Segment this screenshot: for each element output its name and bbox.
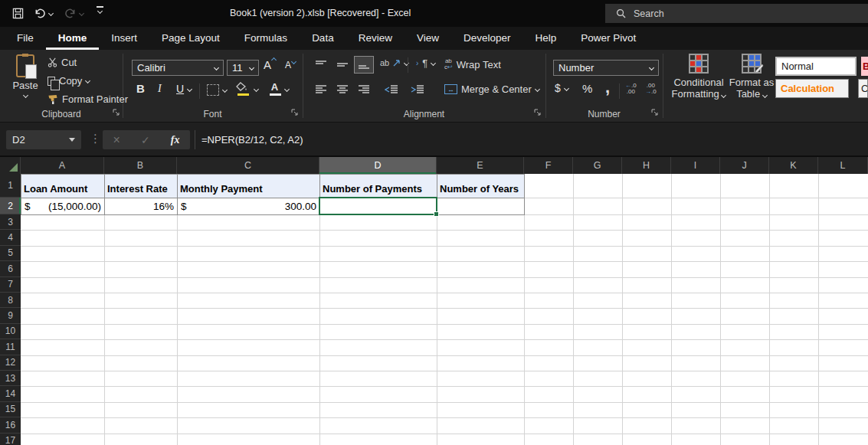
formula-input[interactable]: =NPER(B2/12, C2, A2) <box>201 130 303 149</box>
merge-center-button[interactable]: ↔ Merge & Center <box>444 83 539 95</box>
cell-style-check-partial[interactable]: C <box>858 79 868 98</box>
tab-formulas[interactable]: Formulas <box>232 27 300 50</box>
accounting-format-button[interactable]: $ <box>555 82 568 94</box>
row-header-14[interactable]: 14 <box>0 386 21 401</box>
row-header-9[interactable]: 9 <box>0 308 21 323</box>
tab-page-layout[interactable]: Page Layout <box>149 27 232 50</box>
underline-button[interactable]: U <box>176 83 192 95</box>
align-bottom-button[interactable] <box>354 56 374 74</box>
row-header-15[interactable]: 15 <box>0 402 21 417</box>
cell-style-normal[interactable]: Normal <box>775 57 857 76</box>
align-middle-button[interactable] <box>332 56 352 74</box>
redo-dropdown-icon[interactable] <box>79 10 84 15</box>
row-header-1[interactable]: 1 <box>0 174 21 198</box>
column-header-I[interactable]: I <box>671 157 720 174</box>
align-right-button[interactable] <box>354 80 374 98</box>
increase-decimal-button[interactable]: ←.0 .00 <box>625 83 637 95</box>
percent-style-button[interactable]: % <box>582 82 592 95</box>
tab-help[interactable]: Help <box>523 27 569 50</box>
column-header-C[interactable]: C <box>177 157 319 174</box>
align-center-button[interactable] <box>332 80 352 98</box>
search-input[interactable]: Search <box>605 4 868 23</box>
tab-view[interactable]: View <box>405 27 451 50</box>
cell-C1[interactable]: Monthly Payment <box>178 175 320 198</box>
cell-B1[interactable]: Interest Rate <box>105 175 178 198</box>
column-header-H[interactable]: H <box>622 157 671 174</box>
italic-button[interactable]: I <box>158 83 162 95</box>
font-size-select[interactable]: 11 <box>227 60 259 76</box>
customize-quick-access-icon[interactable] <box>97 6 103 20</box>
font-name-select[interactable]: Calibri <box>132 60 224 76</box>
number-format-select[interactable]: Number <box>553 60 659 76</box>
row-header-5[interactable]: 5 <box>0 246 21 261</box>
select-all-button[interactable] <box>0 157 21 174</box>
increase-indent-button[interactable] <box>408 80 427 98</box>
font-dialog-launcher-icon[interactable] <box>291 107 299 119</box>
wrap-text-button[interactable]: ab c↩ Wrap Text <box>444 58 501 70</box>
shrink-font-button[interactable]: A <box>285 60 296 70</box>
more-options-icon[interactable]: ⋮ <box>90 132 101 146</box>
row-header-10[interactable]: 10 <box>0 324 21 339</box>
enter-icon[interactable]: ✓ <box>141 134 150 146</box>
conditional-formatting-button[interactable]: Conditional Formatting <box>668 54 729 100</box>
cancel-icon[interactable]: × <box>113 133 120 147</box>
font-color-button[interactable]: A <box>268 81 289 97</box>
decrease-decimal-button[interactable]: .00 →.0 <box>645 83 657 95</box>
cell-D1[interactable]: Number of Payments <box>320 175 437 198</box>
fill-color-button[interactable] <box>236 82 258 97</box>
cell-style-bad-partial[interactable]: B <box>861 57 868 76</box>
tab-power-pivot[interactable]: Power Pivot <box>568 27 648 50</box>
cell-E1[interactable]: Number of Years <box>437 175 525 198</box>
borders-button[interactable] <box>207 84 227 96</box>
cell-C2[interactable]: $ 300.00 <box>178 198 320 215</box>
tab-data[interactable]: Data <box>300 27 346 50</box>
bold-button[interactable]: B <box>136 82 145 95</box>
align-left-button[interactable] <box>311 80 331 98</box>
column-header-J[interactable]: J <box>720 157 769 174</box>
column-header-F[interactable]: F <box>524 157 573 174</box>
grow-font-button[interactable]: A <box>264 58 276 71</box>
orientation-button[interactable]: ab <box>380 58 408 67</box>
row-header-4[interactable]: 4 <box>0 230 21 245</box>
align-top-button[interactable] <box>311 56 331 74</box>
text-direction-button[interactable]: › ¶ <box>416 57 435 69</box>
tab-file[interactable]: File <box>5 27 46 50</box>
clipboard-dialog-launcher-icon[interactable] <box>113 107 120 119</box>
cell-B2[interactable]: 16% <box>105 198 178 215</box>
column-header-B[interactable]: B <box>104 157 177 174</box>
undo-button[interactable] <box>34 6 53 20</box>
insert-function-icon[interactable]: fx <box>171 134 180 146</box>
format-painter-button[interactable]: Format Painter <box>47 93 128 105</box>
name-box-dropdown-icon[interactable] <box>69 138 75 142</box>
column-header-E[interactable]: E <box>437 157 524 174</box>
number-dialog-launcher-icon[interactable] <box>651 107 659 119</box>
row-header-12[interactable]: 12 <box>0 355 21 371</box>
paste-button[interactable]: Paste <box>8 54 43 97</box>
column-header-L[interactable]: L <box>818 157 868 174</box>
tab-developer[interactable]: Developer <box>451 27 523 50</box>
cell-A2[interactable]: $ (15,000.00) <box>21 198 105 215</box>
format-as-table-button[interactable]: Format as Table <box>728 54 775 100</box>
tab-home[interactable]: Home <box>46 27 100 50</box>
tab-insert[interactable]: Insert <box>99 27 149 50</box>
copy-dropdown-icon[interactable] <box>85 78 90 83</box>
save-icon[interactable] <box>12 6 24 20</box>
cut-button[interactable]: Cut <box>47 57 77 68</box>
row-header-8[interactable]: 8 <box>0 293 21 308</box>
row-header-7[interactable]: 7 <box>0 277 21 293</box>
column-header-G[interactable]: G <box>573 157 622 174</box>
cell-style-calculation[interactable]: Calculation <box>775 79 849 98</box>
row-header-17[interactable]: 17 <box>0 434 21 445</box>
row-header-11[interactable]: 11 <box>0 339 21 355</box>
name-box[interactable]: D2 <box>6 130 81 149</box>
undo-dropdown-icon[interactable] <box>48 10 54 15</box>
fill-handle[interactable] <box>434 211 439 217</box>
column-header-A[interactable]: A <box>21 157 104 174</box>
copy-button[interactable]: Copy <box>47 75 90 87</box>
paste-dropdown-icon[interactable] <box>22 93 28 98</box>
row-header-16[interactable]: 16 <box>0 417 21 433</box>
alignment-dialog-launcher-icon[interactable] <box>534 107 542 119</box>
redo-button[interactable] <box>64 6 84 20</box>
decrease-indent-button[interactable] <box>382 80 401 98</box>
cell-A1[interactable]: Loan Amount <box>21 175 105 198</box>
